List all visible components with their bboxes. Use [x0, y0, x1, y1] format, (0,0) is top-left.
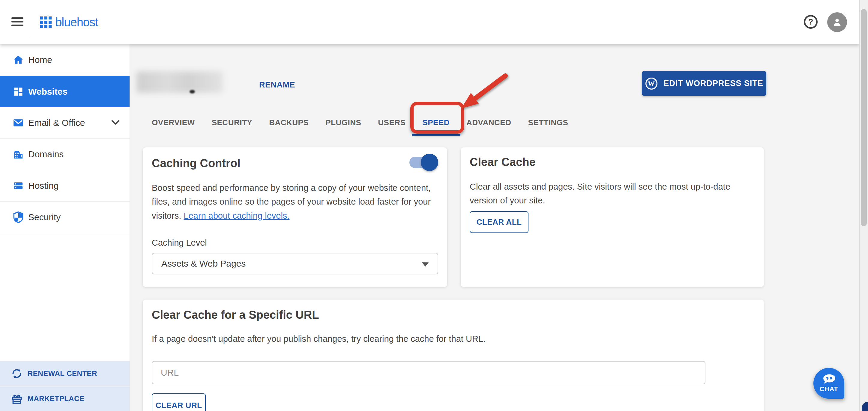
tab-security[interactable]: SECURITY	[212, 114, 252, 131]
sidebar-item-security[interactable]: Security	[0, 202, 130, 233]
home-icon	[12, 54, 24, 66]
clear-url-card: Clear Cache for a Specific URL If a page…	[143, 300, 764, 411]
hosting-server-icon	[12, 180, 24, 192]
clear-cache-description: Clear all assets and pages. Site visitor…	[470, 180, 757, 208]
rename-link[interactable]: RENAME	[259, 80, 295, 90]
sidebar-item-label: Websites	[28, 87, 67, 97]
sidebar-item-hosting[interactable]: Hosting	[0, 170, 130, 202]
tab-backups[interactable]: BACKUPS	[269, 114, 309, 131]
clear-cache-title: Clear Cache	[470, 156, 536, 169]
header-divider	[30, 7, 30, 37]
clear-all-button[interactable]: CLEAR ALL	[470, 211, 528, 233]
websites-icon	[12, 86, 24, 97]
caching-level-select[interactable]: Assets & Web Pages	[152, 253, 438, 274]
learn-caching-levels-link[interactable]: Learn about caching levels.	[184, 211, 289, 220]
clear-cache-card: Clear Cache Clear all assets and pages. …	[461, 147, 764, 287]
person-icon	[831, 16, 843, 28]
caching-level-value: Assets & Web Pages	[161, 259, 246, 269]
active-tab-underline	[412, 134, 460, 136]
gift-icon	[11, 393, 23, 405]
sidebar-nav: Home Websites Email & Office	[0, 44, 130, 411]
sidebar-item-renewal-center[interactable]: RENEWAL CENTER	[0, 361, 130, 386]
domains-icon	[12, 148, 24, 160]
page-scrollbar[interactable]	[859, 0, 868, 411]
sidebar-item-email-office[interactable]: Email & Office	[0, 107, 130, 139]
sidebar-item-label: Email & Office	[28, 118, 85, 128]
top-header: bluehost ?	[0, 0, 859, 44]
tab-speed[interactable]: SPEED	[422, 114, 450, 131]
shield-icon	[12, 211, 24, 223]
caching-description: Boost speed and performance by storing a…	[152, 181, 432, 222]
clear-url-button[interactable]: CLEAR URL	[152, 393, 206, 411]
select-caret-icon	[422, 263, 429, 267]
caching-control-title: Caching Control	[152, 157, 241, 170]
chat-label: CHAT	[820, 385, 838, 393]
caching-toggle[interactable]	[409, 157, 436, 168]
site-tabs: OVERVIEW SECURITY BACKUPS PLUGINS USERS …	[152, 114, 568, 131]
bluehost-wordmark: bluehost	[55, 15, 98, 29]
site-name-redacted	[136, 71, 223, 93]
sidebar-item-label: MARKETPLACE	[28, 395, 85, 403]
tab-advanced[interactable]: ADVANCED	[466, 114, 511, 131]
renewal-cycle-icon	[11, 368, 23, 380]
wordpress-monogram: W	[648, 80, 655, 88]
url-input[interactable]	[152, 361, 706, 384]
chat-button[interactable]: CHAT	[813, 368, 844, 399]
edit-wordpress-site-button[interactable]: W EDIT WORDPRESS SITE	[642, 71, 766, 96]
scrollbar-thumb[interactable]	[861, 9, 867, 226]
sidebar-item-label: RENEWAL CENTER	[28, 369, 97, 378]
sidebar-footer: RENEWAL CENTER MARKETPLACE	[0, 361, 130, 411]
sidebar-item-label: Hosting	[28, 181, 59, 191]
clear-url-title: Clear Cache for a Specific URL	[152, 309, 319, 321]
toggle-knob	[421, 154, 438, 171]
chevron-down-icon[interactable]	[111, 119, 120, 127]
sidebar-item-label: Home	[28, 55, 52, 65]
help-icon[interactable]: ?	[804, 15, 817, 29]
sidebar-item-home[interactable]: Home	[0, 44, 130, 76]
help-glyph: ?	[808, 18, 813, 27]
sidebar-item-websites[interactable]: Websites	[0, 76, 130, 107]
wordpress-icon: W	[645, 77, 658, 90]
hamburger-menu-icon[interactable]	[11, 18, 23, 26]
sidebar-item-marketplace[interactable]: MARKETPLACE	[0, 386, 130, 411]
tab-settings[interactable]: SETTINGS	[528, 114, 568, 131]
bluehost-grid-icon	[40, 16, 52, 28]
site-name-redacted-artifact	[190, 90, 195, 94]
sidebar-item-label: Domains	[28, 149, 64, 159]
bluehost-logo[interactable]: bluehost	[40, 15, 98, 29]
sidebar-item-label: Security	[28, 212, 61, 222]
edit-wordpress-label: EDIT WORDPRESS SITE	[663, 79, 763, 88]
chat-bubble-icon	[822, 374, 836, 385]
clear-url-description: If a page doesn't update after you publi…	[152, 332, 722, 346]
email-icon	[12, 117, 24, 129]
tab-overview[interactable]: OVERVIEW	[152, 114, 195, 131]
tab-users[interactable]: USERS	[378, 114, 405, 131]
sidebar-item-domains[interactable]: Domains	[0, 139, 130, 170]
tab-plugins[interactable]: PLUGINS	[326, 114, 361, 131]
caching-control-card: Caching Control Boost speed and performa…	[143, 147, 447, 287]
caching-level-label: Caching Level	[152, 238, 207, 248]
account-avatar[interactable]	[827, 12, 847, 32]
